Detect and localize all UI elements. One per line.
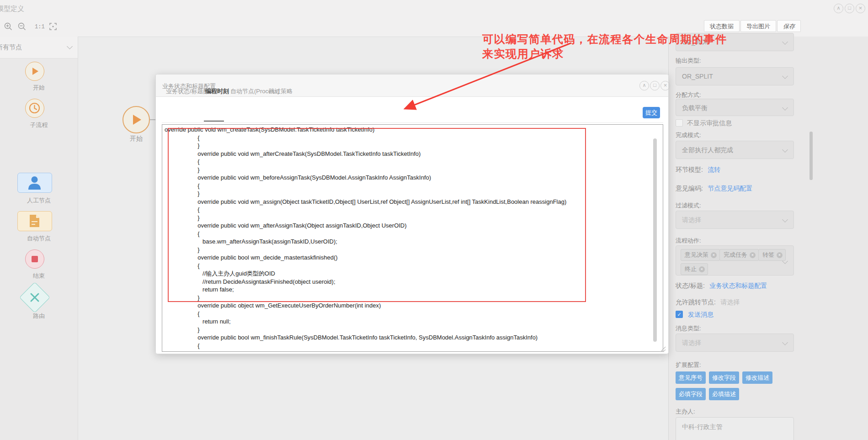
- send-message-checkbox[interactable]: ✓: [676, 311, 683, 318]
- window-maximize-icon[interactable]: □: [845, 4, 854, 13]
- palette-item-label: 路由: [0, 312, 78, 320]
- owner-input[interactable]: 中科-行政主管: [676, 417, 794, 440]
- output-type-label: 输出类型:: [676, 57, 701, 65]
- properties-panel: OR_JION 输出类型: OR_SPLIT 分配方式: 负载平衡 不显示审批信…: [668, 37, 868, 440]
- message-type-select[interactable]: 请选择: [676, 334, 794, 352]
- tab-skip-strategy[interactable]: 跳过策略: [269, 87, 293, 95]
- palette-item-subprocess[interactable]: [25, 99, 44, 118]
- title-bar: 模型定义 ∧ □ ×: [0, 0, 868, 18]
- flow-actions-label: 流程动作:: [676, 237, 701, 245]
- assign-mode-select[interactable]: 负载平衡: [676, 99, 794, 116]
- status-title-link[interactable]: 业务状态和标题配置: [709, 282, 767, 289]
- send-message-label: 发送消息: [688, 311, 714, 319]
- status-title-row: 状态/标题: 业务状态和标题配置: [676, 281, 767, 290]
- required-field-button[interactable]: 必填字段: [676, 388, 706, 400]
- palette-filter-dropdown[interactable]: 所有节点: [0, 37, 78, 58]
- code-editor[interactable]: override public void wm_createTask(SysDB…: [162, 124, 663, 352]
- export-image-button[interactable]: 导出图片: [740, 20, 776, 32]
- palette-item-label: 开始: [0, 84, 78, 92]
- page-title: 模型定义: [0, 5, 24, 13]
- person-icon: [18, 173, 51, 192]
- annotation-text-line2: 来实现用户诉求: [482, 47, 564, 61]
- output-type-select[interactable]: OR_SPLIT: [676, 67, 794, 85]
- dialog-collapse-icon[interactable]: ∧: [639, 81, 649, 90]
- palette-item-start[interactable]: [25, 62, 44, 81]
- clock-icon: [26, 99, 43, 117]
- filter-mode-select[interactable]: 请选择: [676, 211, 794, 229]
- tag-remove-icon[interactable]: ×: [699, 266, 705, 272]
- chevron-down-icon: [67, 43, 73, 49]
- link-model-link[interactable]: 流转: [708, 166, 720, 173]
- palette-filter-label: 所有节点: [0, 43, 22, 52]
- play-icon: [133, 115, 141, 125]
- message-type-label: 消息类型:: [676, 324, 701, 333]
- flow-action-tag[interactable]: 完成任务×: [719, 249, 759, 261]
- status-data-button[interactable]: 状态数据: [704, 20, 740, 32]
- assign-mode-label: 分配方式:: [676, 91, 701, 99]
- hide-approval-checkbox[interactable]: [676, 119, 683, 127]
- actual-size-icon[interactable]: 1:1: [35, 24, 45, 30]
- hide-approval-label: 不显示审批信息: [687, 119, 732, 127]
- owner-label: 主办人:: [676, 408, 695, 416]
- opinion-code-row: 意见编码: 节点意见码配置: [676, 184, 752, 193]
- palette-item-label: 人工节点: [0, 196, 78, 205]
- route-x-icon: [28, 291, 41, 304]
- palette-item-auto-node[interactable]: [17, 211, 52, 231]
- flow-action-tag[interactable]: 转签×: [758, 249, 786, 261]
- code-content: override public void wm_createTask(SysDB…: [162, 125, 663, 350]
- dialog-resize-handle[interactable]: [659, 345, 666, 352]
- play-icon: [32, 68, 38, 75]
- flow-actions-multiselect[interactable]: 意见决策× 完成任务× 转签× 终止×: [676, 245, 794, 276]
- palette-item-manual-node[interactable]: [17, 173, 52, 193]
- tag-remove-icon[interactable]: ×: [750, 252, 756, 258]
- flow-action-tag[interactable]: 终止×: [681, 263, 708, 275]
- tag-remove-icon[interactable]: ×: [777, 252, 783, 258]
- tab-programming-moment[interactable]: 编程时刻: [205, 87, 229, 95]
- modify-field-button[interactable]: 修改字段: [709, 371, 739, 384]
- zoom-out-icon[interactable]: [17, 22, 27, 31]
- palette-item-end[interactable]: [25, 249, 44, 269]
- modify-desc-button[interactable]: 修改描述: [742, 371, 772, 384]
- complete-mode-select[interactable]: 全部执行人都完成: [676, 141, 794, 159]
- workflow-designer-window: 模型定义 ∧ □ × 1:1 状态数据 导出图片 保存 所有节点: [0, 0, 868, 440]
- active-tab-underline: [204, 121, 224, 122]
- annotation-text-line1: 可以编写简单代码，在流程各个生命周期的事件: [482, 32, 727, 47]
- flow-action-tag[interactable]: 意见决策×: [681, 249, 720, 261]
- stop-icon: [32, 256, 38, 262]
- allow-jump-row[interactable]: 允许跳转节点: 请选择: [676, 298, 740, 307]
- window-close-icon[interactable]: ×: [856, 4, 865, 13]
- filter-mode-label: 过滤模式:: [676, 201, 701, 210]
- tabs-divider: [162, 122, 663, 123]
- submit-button[interactable]: 提交: [643, 107, 660, 118]
- zoom-in-icon[interactable]: [4, 22, 13, 31]
- opinion-code-link[interactable]: 节点意见码配置: [708, 185, 752, 192]
- opinion-serial-button[interactable]: 意见序号: [676, 371, 706, 384]
- config-dialog: 业务状态和标题配置 ∧ □ × 业务状态/标题配置 编程时刻 自动节点(Proc…: [155, 74, 669, 354]
- window-collapse-icon[interactable]: ∧: [834, 4, 843, 13]
- panel-scrollbar[interactable]: [809, 132, 813, 180]
- node-palette: 所有节点 开始 子流程 人工节点: [0, 37, 78, 440]
- canvas-start-node[interactable]: [122, 106, 150, 133]
- complete-mode-label: 完成模式:: [676, 131, 701, 139]
- document-icon: [18, 212, 51, 230]
- palette-item-label: 子流程: [0, 121, 78, 129]
- tag-remove-icon[interactable]: ×: [711, 252, 717, 258]
- link-model-row: 环节模型: 流转: [676, 165, 720, 174]
- required-desc-button[interactable]: 必填描述: [709, 388, 739, 400]
- dialog-maximize-icon[interactable]: □: [650, 81, 660, 90]
- canvas-node-label: 开始: [122, 135, 150, 143]
- ext-config-label: 扩展配置:: [676, 361, 701, 369]
- palette-item-label: 自动节点: [0, 234, 78, 243]
- fit-screen-icon[interactable]: [48, 22, 58, 31]
- palette-item-label: 结束: [0, 272, 78, 280]
- save-button[interactable]: 保存: [777, 20, 801, 32]
- code-editor-scrollbar[interactable]: [653, 138, 657, 342]
- dialog-close-icon[interactable]: ×: [660, 81, 670, 90]
